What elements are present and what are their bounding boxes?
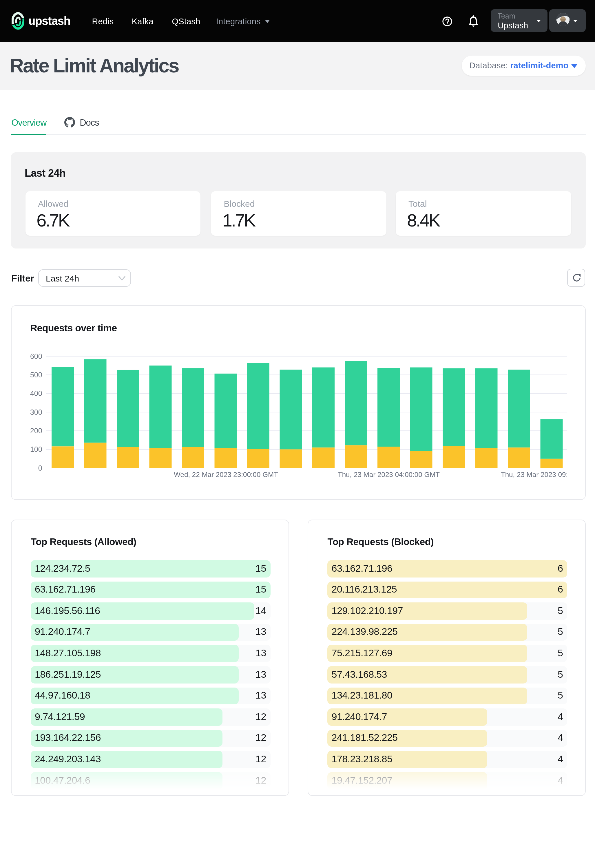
svg-text:Wed, 22 Mar 2023 23:00:00 GMT: Wed, 22 Mar 2023 23:00:00 GMT xyxy=(174,471,278,478)
svg-text:600: 600 xyxy=(30,352,42,360)
svg-text:500: 500 xyxy=(30,371,42,379)
svg-text:400: 400 xyxy=(30,389,42,397)
svg-text:Thu, 23 Mar 2023 04:00:00 GMT: Thu, 23 Mar 2023 04:00:00 GMT xyxy=(338,471,440,478)
svg-text:Thu, 23 Mar 2023 09:00:00 GMT: Thu, 23 Mar 2023 09:00:00 GMT xyxy=(501,471,585,478)
svg-text:300: 300 xyxy=(30,408,42,416)
svg-text:200: 200 xyxy=(30,427,42,435)
svg-text:100: 100 xyxy=(30,445,42,453)
svg-text:0: 0 xyxy=(38,464,42,472)
